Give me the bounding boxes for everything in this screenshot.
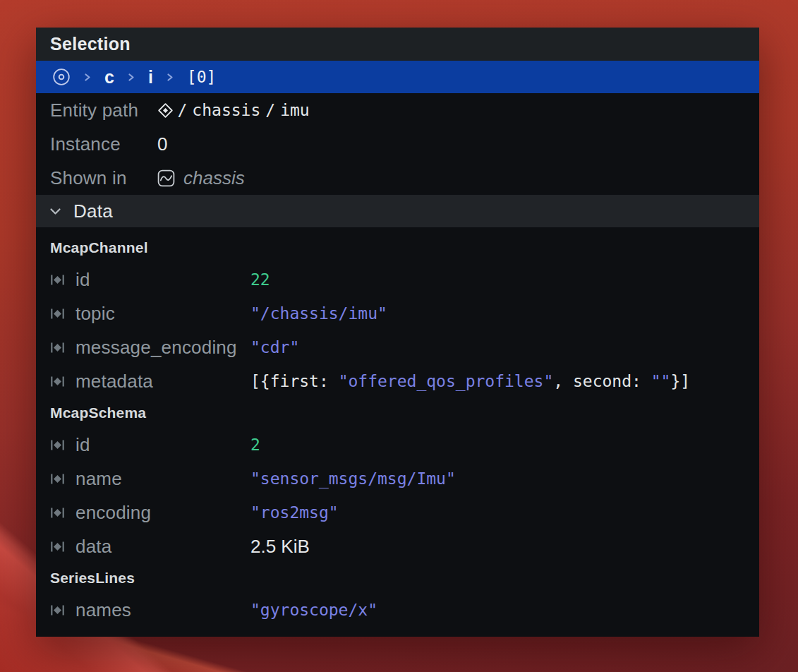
row-label: id xyxy=(75,269,90,291)
component-icon xyxy=(50,472,65,486)
row-left: encoding xyxy=(50,502,250,524)
chevron-right-icon xyxy=(128,72,135,83)
row-value: 2 xyxy=(250,436,260,454)
entity-path-value[interactable]: /chassis/imu xyxy=(157,101,312,119)
component-icon xyxy=(50,438,65,452)
entity-icon xyxy=(157,102,174,119)
group-title-mcapschema: McapSchema xyxy=(36,398,759,428)
row-left: name xyxy=(50,468,250,490)
data-row-schema-id: id 2 xyxy=(36,428,759,462)
row-label: topic xyxy=(75,303,115,325)
path-segment-chassis: chassis xyxy=(192,101,260,119)
row-value: [{first: "offered_qos_profiles", second:… xyxy=(250,372,690,390)
data-section-title: Data xyxy=(73,200,113,222)
instance-row: Instance 0 xyxy=(36,127,759,161)
selection-breadcrumb-bar: c i [0] xyxy=(36,61,759,93)
instance-label: Instance xyxy=(50,133,157,155)
desktop: { "window": { "title": "Selection" }, "c… xyxy=(0,0,798,672)
row-value: "cdr" xyxy=(250,338,299,356)
entity-path-row: Entity path /chassis/imu xyxy=(36,93,759,127)
entity-path-text: /chassis/imu xyxy=(175,101,312,119)
data-row-topic: topic "/chassis/imu" xyxy=(36,296,759,330)
row-value: 22 xyxy=(250,270,270,289)
row-label: id xyxy=(75,434,90,456)
data-row-id: id 22 xyxy=(36,263,759,296)
row-value: 2.5 KiB xyxy=(250,536,310,558)
data-row-metadata: metadata [{first: "offered_qos_profiles"… xyxy=(36,364,759,398)
row-left: message_encoding xyxy=(50,337,250,359)
row-value: "sensor_msgs/msg/Imu" xyxy=(250,469,456,488)
breadcrumb-item-index[interactable]: [0] xyxy=(187,68,217,86)
panel-title: Selection xyxy=(50,34,131,54)
data-row-schema-name: name "sensor_msgs/msg/Imu" xyxy=(36,462,759,496)
component-icon xyxy=(50,374,65,389)
row-label: message_encoding xyxy=(75,337,237,359)
selection-panel-titlebar: Selection xyxy=(36,28,759,61)
shown-in-view-name[interactable]: chassis xyxy=(183,167,245,189)
row-label: name xyxy=(75,468,122,490)
data-row-schema-encoding: encoding "ros2msg" xyxy=(36,496,759,529)
row-value: "ros2msg" xyxy=(250,503,339,522)
breadcrumb-item-c[interactable]: c xyxy=(104,67,114,88)
component-icon xyxy=(50,306,65,321)
row-value: "gyroscope/x" xyxy=(250,601,377,619)
instance-value: 0 xyxy=(157,133,167,155)
row-left: names xyxy=(50,599,250,621)
group-title-serieslines: SeriesLines xyxy=(36,563,759,593)
chevron-down-icon xyxy=(49,207,61,216)
row-left: id xyxy=(50,434,250,456)
chevron-right-icon xyxy=(84,72,91,83)
row-left: id xyxy=(50,269,250,291)
data-section-header[interactable]: Data xyxy=(36,195,759,227)
recording-icon[interactable] xyxy=(52,68,71,86)
chevron-right-icon xyxy=(167,72,174,83)
component-icon xyxy=(50,505,65,520)
row-label: metadata xyxy=(75,371,153,392)
path-separator: / xyxy=(178,101,188,119)
timeseries-view-icon xyxy=(157,169,175,187)
data-row-names: names "gyroscope/x" xyxy=(36,593,759,627)
row-left: data xyxy=(50,536,250,558)
component-icon xyxy=(50,340,65,355)
row-label: data xyxy=(75,536,111,558)
row-left: topic xyxy=(50,303,250,325)
data-row-message-encoding: message_encoding "cdr" xyxy=(36,330,759,364)
breadcrumb-item-i[interactable]: i xyxy=(148,67,153,88)
data-content: McapChannel id 22 xyxy=(36,227,759,627)
row-label: encoding xyxy=(75,502,151,524)
entity-path-label: Entity path xyxy=(50,100,157,121)
selection-properties: Entity path /chassis/imu Instance 0 Show… xyxy=(36,93,759,195)
selection-panel: Selection c i [0] Enti xyxy=(36,28,759,637)
shown-in-row: Shown in chassis xyxy=(36,161,759,195)
path-segment-imu: imu xyxy=(280,101,310,119)
shown-in-value[interactable]: chassis xyxy=(157,167,245,189)
shown-in-label: Shown in xyxy=(50,167,157,189)
row-left: metadata xyxy=(50,371,250,392)
data-row-schema-data: data 2.5 KiB xyxy=(36,529,759,563)
row-value: "/chassis/imu" xyxy=(250,304,387,323)
group-title-mcapchannel: McapChannel xyxy=(36,233,759,263)
component-icon xyxy=(50,272,65,287)
component-icon xyxy=(50,603,65,618)
row-label: names xyxy=(75,599,131,621)
component-icon xyxy=(50,539,65,554)
path-separator: / xyxy=(265,101,275,119)
